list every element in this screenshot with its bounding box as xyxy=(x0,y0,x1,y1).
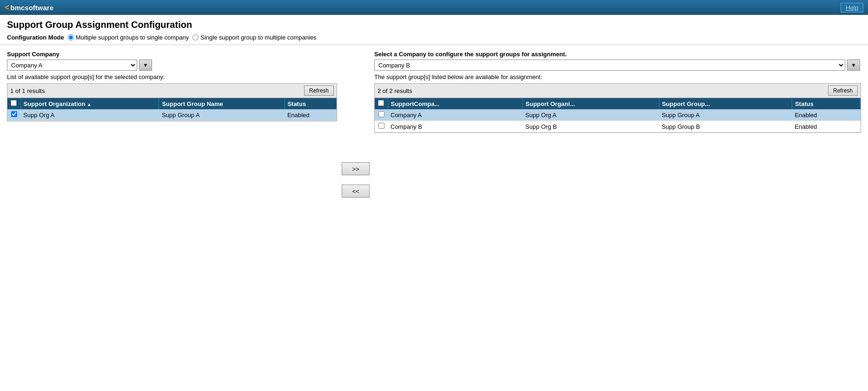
right-header-checkbox[interactable] xyxy=(378,100,384,106)
right-col-check xyxy=(375,98,388,109)
right-col-status[interactable]: Status xyxy=(792,98,860,109)
left-col-org[interactable]: Support Organization ▲ xyxy=(20,98,159,109)
table-row[interactable]: Supp Org A Supp Group A Enabled xyxy=(7,109,337,121)
left-row1-status: Enabled xyxy=(285,109,337,121)
right-header-row: SupportCompa... Support Organi... Suppor… xyxy=(375,98,861,109)
right-row2-group: Supp Group B xyxy=(659,121,792,133)
right-row2-check[interactable] xyxy=(375,121,388,133)
forward-btn[interactable]: >> xyxy=(342,162,370,175)
left-data-table: Support Organization ▲ Support Group Nam… xyxy=(7,98,337,121)
left-results-count: 1 of 1 results xyxy=(10,87,45,94)
right-table-header: SupportCompa... Support Organi... Suppor… xyxy=(375,98,861,109)
right-refresh-btn[interactable]: Refresh xyxy=(828,86,858,96)
left-table-container: 1 of 1 results Refresh Support Organizat… xyxy=(7,83,337,121)
left-row1-checkbox[interactable] xyxy=(11,111,17,117)
right-row2-company: Company B xyxy=(388,121,523,133)
right-row2-checkbox[interactable] xyxy=(378,123,384,129)
right-row2-status: Enabled xyxy=(792,121,860,133)
right-col-group[interactable]: Support Group... xyxy=(659,98,792,109)
right-col-org[interactable]: Support Organi... xyxy=(523,98,659,109)
right-dropdown-btn[interactable]: ▼ xyxy=(847,60,860,71)
right-row1-company: Company A xyxy=(388,109,523,121)
left-col-check xyxy=(7,98,20,109)
left-list-description: List of available support group[s] for t… xyxy=(7,73,337,80)
right-table-body: Company A Supp Org A Supp Group A Enable… xyxy=(375,109,861,133)
page-title: Support Group Assignment Configuration xyxy=(7,20,861,30)
right-list-description: The support group[s] listed below are av… xyxy=(374,73,861,80)
right-row1-check[interactable] xyxy=(375,109,388,121)
left-dropdown-row: Company A ▼ xyxy=(7,60,337,71)
right-results-count: 2 of 2 results xyxy=(378,87,412,94)
right-row2-org: Supp Org B xyxy=(523,121,659,133)
right-row1-group: Supp Group A xyxy=(659,109,792,121)
right-row1-checkbox[interactable] xyxy=(378,111,384,117)
left-refresh-btn[interactable]: Refresh xyxy=(304,86,334,96)
right-table-toolbar: 2 of 2 results Refresh xyxy=(375,84,861,98)
radio-option1-text: Multiple support groups to single compan… xyxy=(76,34,189,41)
left-company-select[interactable]: Company A xyxy=(7,60,137,71)
bmc-logo: < bmcsoftware xyxy=(5,3,53,13)
left-section-label: Support Company xyxy=(7,51,337,58)
panel-middle: >> << xyxy=(337,51,374,198)
config-mode-row: Configuration Mode Multiple support grou… xyxy=(7,34,861,41)
right-dropdown-row: Company B ▼ xyxy=(374,60,861,71)
radio-option2-label[interactable]: Single support group to multiple compani… xyxy=(192,34,316,41)
radio-option1-label[interactable]: Multiple support groups to single compan… xyxy=(68,34,189,41)
table-row[interactable]: Company A Supp Org A Supp Group A Enable… xyxy=(375,109,861,121)
left-table-body: Supp Org A Supp Group A Enabled xyxy=(7,109,337,121)
right-section-label: Select a Company to configure the suppor… xyxy=(374,51,861,58)
left-header-checkbox[interactable] xyxy=(11,100,17,106)
right-table-container: 2 of 2 results Refresh SupportCompa... S… xyxy=(374,83,861,133)
left-dropdown-btn[interactable]: ▼ xyxy=(139,60,152,71)
left-col-group[interactable]: Support Group Name xyxy=(159,98,285,109)
table-row[interactable]: Company B Supp Org B Supp Group B Enable… xyxy=(375,121,861,133)
right-panel: Select a Company to configure the suppor… xyxy=(374,51,861,133)
left-row1-check[interactable] xyxy=(7,109,20,121)
left-panel: Support Company Company A ▼ List of avai… xyxy=(7,51,337,121)
config-mode-label: Configuration Mode xyxy=(7,34,64,41)
left-row1-group: Supp Group A xyxy=(159,109,285,121)
panels-row: Support Company Company A ▼ List of avai… xyxy=(0,45,868,203)
right-row1-org: Supp Org A xyxy=(523,109,659,121)
left-table-header: Support Organization ▲ Support Group Nam… xyxy=(7,98,337,109)
left-table-toolbar: 1 of 1 results Refresh xyxy=(7,84,337,98)
help-link[interactable]: Help xyxy=(841,3,863,13)
radio-option1[interactable] xyxy=(68,34,74,40)
radio-option2[interactable] xyxy=(192,34,199,40)
left-row1-org: Supp Org A xyxy=(20,109,159,121)
backward-btn[interactable]: << xyxy=(342,185,370,198)
topbar: < bmcsoftware Help xyxy=(0,0,868,15)
right-company-select[interactable]: Company B xyxy=(374,60,845,71)
right-row1-status: Enabled xyxy=(792,109,860,121)
logo-text: bmcsoftware xyxy=(11,4,54,12)
logo-bracket: < xyxy=(5,3,10,13)
right-data-table: SupportCompa... Support Organi... Suppor… xyxy=(375,98,861,133)
left-col-status[interactable]: Status xyxy=(285,98,337,109)
radio-option2-text: Single support group to multiple compani… xyxy=(200,34,316,41)
page-title-area: Support Group Assignment Configuration C… xyxy=(0,15,868,45)
right-col-company[interactable]: SupportCompa... xyxy=(388,98,523,109)
left-header-row: Support Organization ▲ Support Group Nam… xyxy=(7,98,337,109)
